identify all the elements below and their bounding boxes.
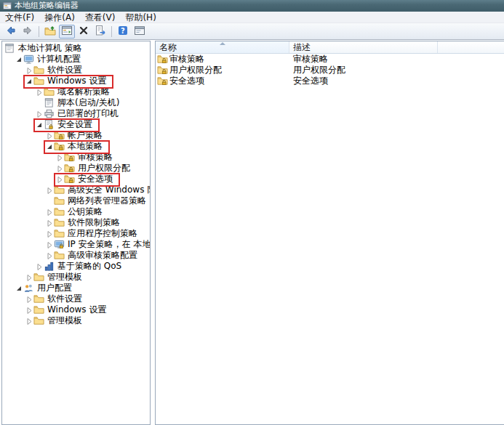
tree-item[interactable]: 公钥策略 [2,206,150,217]
show-console-tree-button[interactable] [59,25,75,39]
list-item[interactable]: 审核策略审核策略 [156,54,504,65]
tree-item[interactable]: 用户配置 [2,283,150,294]
tree-item-label: 本地计算机 策略 [17,43,84,54]
collapse-arrow-icon[interactable] [45,240,54,248]
new-window-button[interactable] [132,25,148,39]
sort-ascending-icon [220,42,225,45]
folder-icon [54,228,66,239]
collapse-arrow-icon[interactable] [25,306,33,314]
folder-icon [44,86,56,97]
collapse-arrow-icon[interactable] [55,175,64,183]
tree-item[interactable]: 应用程序控制策略 [2,228,150,239]
folder-icon [54,185,66,195]
folder-lock-icon [54,130,66,141]
column-header-name[interactable]: 名称 [156,41,289,53]
tree-item[interactable]: 软件限制策略 [2,217,150,228]
folder-up-icon [44,25,56,39]
folder-icon [33,315,46,326]
arrow-placeholder [35,99,44,107]
expand-arrow-icon[interactable] [15,55,23,63]
back-button[interactable] [3,25,19,39]
tree-item[interactable]: 高级审核策略配置 [2,250,150,261]
tree-item-label: 用户配置 [36,283,74,294]
x-mark-icon [78,25,89,39]
collapse-arrow-icon[interactable] [35,88,44,96]
collapse-arrow-icon[interactable] [45,208,54,216]
tree-item[interactable]: 用户权限分配 [2,163,150,174]
list-item[interactable]: 用户权限分配用户权限分配 [156,65,504,76]
printer-icon [44,108,56,119]
tree-item-label: 帐户策略 [66,130,105,141]
tree-item[interactable]: 网络列表管理器策略 [2,195,150,206]
tree-item[interactable]: Windows 设置 [2,76,150,86]
collapse-arrow-icon[interactable] [25,295,33,303]
tree-item-label: 高级审核策略配置 [66,250,140,261]
folder-icon [33,272,46,283]
tree-item[interactable]: 域名解析策略 [2,86,150,97]
collapse-arrow-icon[interactable] [25,273,33,281]
tree-item-label: 软件设置 [46,65,84,76]
arrow-placeholder [45,197,54,205]
toolbar-separator [111,26,112,37]
collapse-arrow-icon[interactable] [25,66,33,74]
collapse-arrow-icon[interactable] [25,317,33,325]
collapse-arrow-icon[interactable] [45,219,54,227]
list-item[interactable]: 安全选项安全选项 [156,76,504,86]
collapse-arrow-icon[interactable] [45,131,54,139]
help-button[interactable]: ? [115,25,131,39]
list-item-name: 安全选项 [169,75,204,87]
column-header-filler [438,41,504,53]
collapse-arrow-icon[interactable] [45,230,54,238]
tree-item[interactable]: 基于策略的 QoS [2,261,150,272]
mmc-window-icon [3,1,12,10]
tree-item[interactable]: 帐户策略 [2,130,150,141]
expand-arrow-icon[interactable] [45,142,54,150]
menu-item-1[interactable]: 操作(A) [39,12,80,23]
collapse-arrow-icon[interactable] [45,251,54,259]
tree-item[interactable]: 安全设置 [2,119,150,130]
tree-item[interactable]: 软件设置 [2,65,150,76]
tree-item-label: 软件限制策略 [66,217,122,228]
arrow-right-icon [22,25,33,39]
export-list-button[interactable] [92,25,108,39]
local-group-policy-editor-window: 本地组策略编辑器 文件(F)操作(A)查看(V)帮助(H) ? 本地计算机 策略… [0,0,504,425]
folder-lock-icon [157,54,169,65]
window2-icon [134,25,145,39]
folder-icon [33,76,46,86]
tree-item[interactable]: 已部署的打印机 [2,108,150,119]
tree-item[interactable]: 本地策略 [2,141,150,152]
tree-item[interactable]: 管理模板 [2,315,150,326]
tree-item[interactable]: Windows 设置 [2,304,150,315]
expand-arrow-icon[interactable] [15,284,23,292]
collapse-arrow-icon[interactable] [35,262,44,270]
collapse-arrow-icon[interactable] [55,164,64,172]
tree-item[interactable]: 软件设置 [2,294,150,304]
column-header-description-label: 描述 [293,41,311,54]
tree-item[interactable]: 审核策略 [2,152,150,163]
tree-item[interactable]: 安全选项 [2,174,150,185]
list-header: 名称 描述 [156,41,504,54]
folder-lock-icon [64,163,76,174]
collapse-arrow-icon[interactable] [45,186,54,194]
forward-button[interactable] [20,25,36,39]
tree-item[interactable]: 管理模板 [2,272,150,283]
menu-item-3[interactable]: 帮助(H) [120,12,161,23]
tree-item-label: 软件设置 [46,294,84,304]
tree-item-label: 基于策略的 QoS [56,261,124,272]
delete-button[interactable] [76,25,92,39]
tree-item[interactable]: 本地计算机 策略 [2,43,150,54]
tree-item[interactable]: 计算机配置 [2,54,150,65]
up-one-level-button[interactable] [42,25,58,39]
tree-item-label: 计算机配置 [36,54,83,65]
collapse-arrow-icon[interactable] [35,110,44,118]
collapse-arrow-icon[interactable] [55,153,64,161]
menu-item-2[interactable]: 查看(V) [80,12,121,23]
expand-arrow-icon[interactable] [35,121,44,129]
users-icon [23,283,36,294]
menu-item-0[interactable]: 文件(F) [0,12,39,23]
tree-item[interactable]: IP 安全策略，在 本地计算机 [2,239,150,250]
column-header-description[interactable]: 描述 [289,41,438,53]
expand-arrow-icon[interactable] [25,77,33,85]
tree-item[interactable]: 高级安全 Windows 防火墙 [2,185,150,195]
tree-item[interactable]: 脚本(启动/关机) [2,97,150,108]
